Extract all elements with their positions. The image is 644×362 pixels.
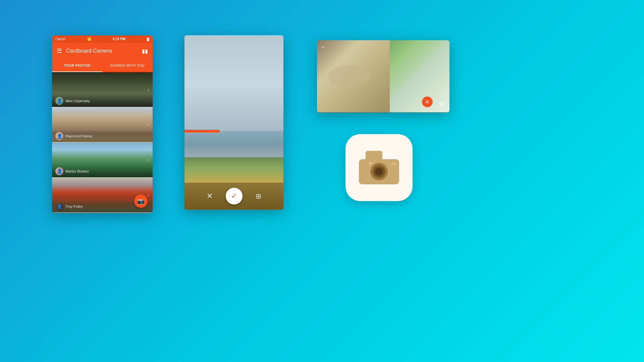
app-icon xyxy=(345,134,413,201)
avatar-icon: 👤 xyxy=(55,132,63,140)
user-name-label: Raymond Garay xyxy=(65,134,92,138)
photo-overlay: 👤 Raymond Garay xyxy=(52,130,153,142)
table-surface xyxy=(328,65,372,87)
vr-icon-header[interactable]: ▮▮ xyxy=(142,48,148,54)
scan-progress-bar xyxy=(184,130,220,132)
back-button[interactable]: ← xyxy=(320,44,326,51)
tab-shared-with-you[interactable]: SHARED WITH YOU xyxy=(102,59,153,72)
capture-screen: ✕ ✓ ⊞ xyxy=(184,35,283,209)
photo-viewer: ← ⊞ 🗑 xyxy=(317,40,449,112)
trash-icon: 🗑 xyxy=(439,101,444,107)
cancel-button[interactable]: ✕ xyxy=(204,190,216,202)
camera-lens-inner xyxy=(373,165,385,178)
avatar-icon: 👤 xyxy=(55,202,63,210)
camera-flash xyxy=(369,162,372,165)
vr-icon: ⊞ xyxy=(426,100,429,104)
photo-overlay: 👤 Alex Uspensky xyxy=(52,95,153,107)
avatar: 👤 xyxy=(55,97,63,105)
confirm-button[interactable]: ✓ xyxy=(226,188,243,204)
chevron-right-icon: › xyxy=(148,122,149,127)
camera-viewfinder xyxy=(391,162,396,165)
photo-item[interactable]: 👤 Marlys Booker › xyxy=(52,142,153,178)
camera-lens-core xyxy=(375,168,383,176)
app-icon-container xyxy=(345,134,413,201)
avatar: 👤 xyxy=(55,132,63,140)
wifi-icon: 📶 xyxy=(87,37,91,41)
photo-item[interactable]: 👤 Alex Uspensky › xyxy=(52,72,153,107)
viewer-left-panel xyxy=(317,40,390,112)
cancel-icon: ✕ xyxy=(207,192,213,200)
battery-icon: ▓ xyxy=(147,37,149,41)
phone-mockup: Carrier 📶 4:15 PM ▓ ☰ Cardboard Camera ▮… xyxy=(52,35,153,213)
capture-photo-button[interactable]: 📷 xyxy=(134,194,148,208)
vr-view-button[interactable]: ⊞ xyxy=(422,97,433,107)
camera-body xyxy=(359,159,399,184)
avatar: 👤 xyxy=(55,202,63,210)
chevron-right-icon: › xyxy=(148,87,149,92)
adjust-icon: ⊞ xyxy=(256,192,261,200)
adjust-button[interactable]: ⊞ xyxy=(253,190,265,202)
camera-icon-large xyxy=(359,151,399,184)
avatar: 👤 xyxy=(55,167,63,175)
hamburger-icon[interactable]: ☰ xyxy=(57,47,62,55)
camera-top-hump xyxy=(366,151,382,160)
chevron-right-icon: › xyxy=(148,157,149,163)
confirm-icon: ✓ xyxy=(231,192,237,200)
photo-item[interactable]: 👤 Raymond Garay › xyxy=(52,107,153,142)
tab-your-photos[interactable]: YOUR PHOTOS xyxy=(52,59,102,72)
back-arrow-icon: ← xyxy=(320,44,326,50)
avatar-icon: 👤 xyxy=(55,97,63,105)
status-time: 4:15 PM xyxy=(113,37,125,41)
camera-icon: 📷 xyxy=(137,197,145,205)
photo-overlay: 👤 Marlys Booker xyxy=(52,165,153,177)
camera-lens-outer xyxy=(370,163,388,180)
app-header: ☰ Cardboard Camera ▮▮ xyxy=(52,43,153,59)
status-bar: Carrier 📶 4:15 PM ▓ xyxy=(52,35,153,43)
photo-list: 👤 Alex Uspensky › 👤 Raymond Garay › 👤 xyxy=(52,72,153,213)
capture-horizon xyxy=(184,131,283,157)
user-name-label: Marlys Booker xyxy=(65,169,89,173)
app-title: Cardboard Camera xyxy=(66,48,138,54)
capture-controls: ✕ ✓ ⊞ xyxy=(184,183,283,209)
avatar-icon: 👤 xyxy=(55,167,63,175)
capture-sky xyxy=(184,35,283,131)
user-name-label: Alex Uspensky xyxy=(65,99,90,103)
delete-button[interactable]: 🗑 xyxy=(439,101,444,107)
tab-bar: YOUR PHOTOS SHARED WITH YOU xyxy=(52,59,153,72)
chevron-right-icon: › xyxy=(148,192,149,198)
user-name-label: Troy Foley xyxy=(65,204,83,208)
carrier-label: Carrier xyxy=(55,37,66,41)
